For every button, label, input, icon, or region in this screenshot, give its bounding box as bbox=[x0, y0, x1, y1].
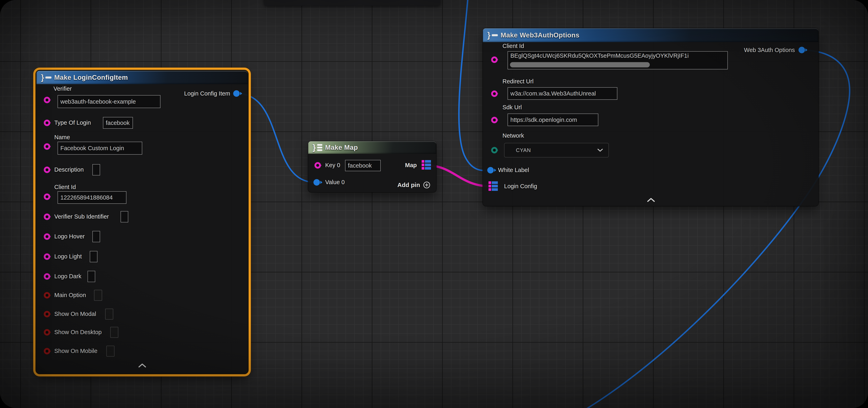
make-map-icon: { bbox=[313, 143, 322, 151]
chevron-down-icon bbox=[597, 149, 603, 152]
node-make-web3auth-options[interactable]: { Make Web3AuthOptions Web 3Auth Options… bbox=[483, 28, 818, 206]
redirect-url-input[interactable]: w3a://com.w3a.Web3AuthUnreal bbox=[507, 87, 617, 100]
logo-light-input[interactable] bbox=[90, 251, 97, 262]
show-on-desktop-checkbox[interactable] bbox=[110, 327, 118, 338]
input-pin-client-id[interactable] bbox=[491, 57, 498, 63]
pin-label-verifier-sub-identifier: Verifier Sub Identifier bbox=[54, 213, 109, 220]
input-pin-verifier[interactable] bbox=[44, 97, 50, 103]
input-pin-show-on-mobile[interactable] bbox=[44, 348, 50, 354]
collapse-chevron-icon[interactable] bbox=[647, 198, 655, 203]
logo-dark-input[interactable] bbox=[88, 271, 95, 282]
type-of-login-input[interactable]: facebook bbox=[103, 117, 133, 129]
verifier-sub-identifier-input[interactable] bbox=[121, 211, 128, 223]
input-pin-show-on-desktop[interactable] bbox=[44, 329, 50, 336]
input-pin-logo-hover[interactable] bbox=[44, 233, 50, 240]
pin-label-network: Network bbox=[502, 132, 524, 139]
input-pin-key0[interactable] bbox=[314, 162, 321, 169]
input-pin-logo-light[interactable] bbox=[44, 253, 50, 260]
name-input[interactable]: Facebook Custom Login bbox=[58, 142, 142, 155]
pin-label-white-label: White Label bbox=[498, 167, 529, 173]
output-pin-label: Web 3Auth Options bbox=[744, 47, 795, 54]
make-struct-icon: { bbox=[487, 31, 498, 39]
show-on-modal-checkbox[interactable] bbox=[105, 309, 113, 319]
output-pin-label: Login Config Item bbox=[184, 90, 230, 97]
client-id-input[interactable]: 1222658941886084 bbox=[58, 191, 126, 204]
node-title: Make LoginConfigItem bbox=[54, 74, 128, 81]
node-header[interactable]: { Make Web3AuthOptions bbox=[483, 28, 818, 42]
pin-label-show-on-mobile: Show On Mobile bbox=[54, 348, 97, 354]
pin-label-logo-hover: Logo Hover bbox=[54, 233, 85, 240]
wire-map-to-login-config bbox=[428, 165, 490, 186]
node-header[interactable]: { Make Map bbox=[308, 141, 436, 154]
collapse-chevron-icon[interactable] bbox=[138, 364, 146, 368]
blueprint-editor-screenshot: { Make LoginConfigItem Login Config Item… bbox=[0, 0, 868, 408]
make-struct-icon: { bbox=[41, 73, 52, 81]
sdk-url-input[interactable]: https://sdk.openlogin.com bbox=[507, 113, 598, 126]
pin-label-logo-light: Logo Light bbox=[54, 253, 82, 260]
output-pin-label-map: Map bbox=[405, 162, 417, 169]
input-pin-verifier-sub-identifier[interactable] bbox=[44, 213, 50, 220]
show-on-mobile-checkbox[interactable] bbox=[106, 346, 115, 356]
input-pin-main-option[interactable] bbox=[44, 292, 50, 299]
pin-label-key0: Key 0 bbox=[325, 162, 340, 169]
input-pin-white-label[interactable] bbox=[487, 167, 494, 173]
input-pin-login-config[interactable] bbox=[489, 181, 498, 191]
input-pin-redirect-url[interactable] bbox=[491, 91, 498, 97]
pin-label-main-option: Main Option bbox=[54, 292, 86, 299]
add-pin-plus-icon bbox=[423, 181, 431, 189]
input-pin-name[interactable] bbox=[44, 143, 50, 150]
pin-label-type-of-login: Type Of Login bbox=[54, 120, 91, 126]
input-pin-description[interactable] bbox=[44, 167, 50, 173]
wire-login-config-item-to-value0 bbox=[238, 94, 314, 182]
output-pin-web3auth-options[interactable] bbox=[799, 47, 805, 53]
partial-node-top[interactable] bbox=[264, 0, 440, 6]
node-make-map[interactable]: { Make Map Key 0 facebook Map Value 0 Ad… bbox=[308, 141, 436, 192]
network-selected-value: CYAN bbox=[516, 147, 531, 154]
pin-label-logo-dark: Logo Dark bbox=[54, 273, 82, 280]
blueprint-graph-canvas[interactable]: { Make LoginConfigItem Login Config Item… bbox=[0, 0, 868, 408]
input-pin-type-of-login[interactable] bbox=[44, 120, 50, 126]
input-pin-client-id[interactable] bbox=[44, 194, 50, 200]
pin-label-name: Name bbox=[54, 134, 70, 141]
output-pin-login-config-item[interactable] bbox=[233, 90, 240, 97]
pin-label-sdk-url: Sdk Url bbox=[502, 104, 522, 111]
client-id-hscrollbar[interactable] bbox=[510, 62, 650, 67]
input-pin-sdk-url[interactable] bbox=[491, 117, 498, 123]
pin-label-verifier: Verifier bbox=[54, 86, 72, 92]
pin-label-show-on-desktop: Show On Desktop bbox=[54, 329, 102, 336]
pin-label-value0: Value 0 bbox=[325, 179, 345, 185]
client-id-input[interactable]: BEglQSgt4cUWcj6SKRdu5QkOXTsePmMcusG5EAoy… bbox=[507, 51, 728, 69]
description-input[interactable] bbox=[92, 164, 100, 175]
input-pin-show-on-modal[interactable] bbox=[44, 311, 50, 317]
add-pin-button[interactable]: Add pin bbox=[397, 181, 431, 189]
node-title: Make Web3AuthOptions bbox=[501, 31, 580, 39]
network-dropdown[interactable]: CYAN bbox=[504, 143, 609, 158]
pin-label-show-on-modal: Show On Modal bbox=[54, 311, 96, 317]
node-header[interactable]: { Make LoginConfigItem bbox=[36, 71, 248, 84]
main-option-checkbox[interactable] bbox=[94, 290, 102, 301]
pin-label-login-config: Login Config bbox=[504, 183, 537, 190]
node-make-login-config-item[interactable]: { Make LoginConfigItem Login Config Item… bbox=[36, 71, 248, 373]
pin-label-client-id: Client Id bbox=[502, 43, 524, 49]
logo-hover-input[interactable] bbox=[92, 231, 100, 242]
pin-label-redirect-url: Redirect Url bbox=[502, 78, 533, 85]
node-title: Make Map bbox=[325, 144, 358, 151]
input-pin-logo-dark[interactable] bbox=[44, 273, 50, 280]
output-pin-map[interactable] bbox=[422, 160, 431, 170]
input-pin-network[interactable] bbox=[491, 147, 498, 154]
client-id-text: BEglQSgt4cUWcj6SKRdu5QkOXTsePmMcusG5EAoy… bbox=[510, 53, 689, 59]
verifier-input[interactable]: web3auth-facebook-example bbox=[58, 95, 160, 108]
input-pin-value0[interactable] bbox=[313, 179, 320, 185]
pin-label-description: Description bbox=[54, 166, 84, 173]
key0-input[interactable]: facebook bbox=[345, 160, 381, 171]
pin-label-client-id: Client Id bbox=[54, 184, 76, 191]
